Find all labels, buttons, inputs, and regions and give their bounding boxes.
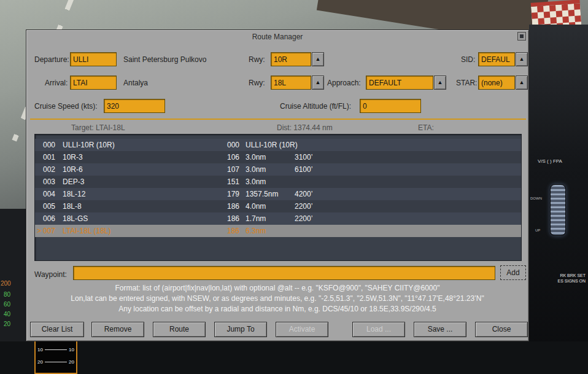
wp-bearing: 186 — [227, 200, 239, 212]
activate-button: Activate — [276, 322, 328, 337]
sid-value[interactable]: DEFAUL — [478, 52, 515, 66]
clear-list-button[interactable]: Clear List — [30, 322, 84, 337]
remove-button[interactable]: Remove — [91, 322, 144, 337]
wp-name: 18L-12 — [63, 188, 85, 200]
wp-bearing: 186 — [227, 225, 239, 237]
chevron-up-icon[interactable]: ▲ — [516, 52, 528, 66]
chevron-up-icon[interactable]: ▲ — [312, 76, 324, 90]
approach-combo: DEFAULT ▲ — [366, 76, 446, 90]
wp-name: 10R-6 — [63, 163, 83, 176]
eta-status: ETA: — [418, 123, 434, 132]
route-row-selected[interactable]: > 007 LTAI-18L (18L) 186 6.3nm — [35, 225, 521, 237]
wp-name: ULLI-10R (10R) — [63, 139, 115, 151]
tape-number: 20 — [4, 321, 10, 327]
arrival-airport-name: Antalya — [123, 79, 148, 87]
cruise-altitude-input[interactable] — [360, 99, 421, 113]
departure-label: Departure: — [34, 55, 69, 64]
wp-bearing: 106 — [227, 151, 239, 163]
selection-marker: > — [37, 225, 41, 237]
wp-index: 001 — [43, 151, 55, 163]
route-button[interactable]: Route — [153, 322, 206, 337]
target-status: Target: LTAI-18L — [71, 123, 125, 132]
approach-label: Approach: — [327, 79, 361, 87]
sid-label: SID: — [461, 55, 475, 64]
wp-distance: 1357.5nm — [246, 188, 278, 200]
distance-status: Dist: 1374.44 nm — [277, 123, 333, 132]
help-line-1: Format: list of (airport|fix|nav|lon,lat… — [26, 284, 528, 292]
close-icon — [520, 34, 524, 38]
trim-number: 10 — [37, 347, 43, 353]
help-line-2: Lon,lat can be entered signed, with NSEW… — [26, 294, 528, 303]
add-waypoint-button[interactable]: Add — [500, 265, 526, 280]
star-combo: (none) ▲ — [478, 76, 528, 90]
load-button: Load ... — [352, 322, 405, 337]
route-row[interactable]: 001 10R-3 106 3.0nm 3100’ — [35, 151, 521, 163]
dialog-title: Route Manager — [26, 33, 528, 41]
departure-rwy-value[interactable]: 10R — [271, 52, 311, 66]
route-row[interactable]: 005 18L-8 186 4.0nm 2200’ — [35, 200, 521, 212]
wp-bearing: 107 — [227, 163, 239, 176]
route-row[interactable]: 002 10R-6 107 3.0nm 6100’ — [35, 163, 521, 176]
wp-name: 18L-GS — [63, 212, 88, 225]
wp-index: 004 — [43, 188, 55, 200]
down-label: DOWN — [530, 197, 542, 200]
wp-bearing: 186 — [227, 212, 239, 225]
departure-airport-name: Saint Petersburg Pulkovo — [123, 55, 206, 64]
jump-to-button[interactable]: Jump To — [214, 322, 267, 337]
help-line-3: Any location can be offset by a radial a… — [26, 305, 528, 313]
wp-name: 10R-3 — [63, 151, 83, 163]
trim-number: 20 — [37, 359, 43, 365]
speed-tape: 200 80 60 40 20 — [0, 276, 25, 341]
wp-index: 003 — [43, 176, 55, 188]
wp-bearing: 000 — [227, 139, 239, 151]
wp-index: 005 — [43, 200, 55, 212]
sid-combo: DEFAUL ▲ — [478, 52, 528, 66]
tape-number: 60 — [4, 301, 10, 308]
route-row[interactable]: 006 18L-GS 186 1.7nm 2200’ — [35, 212, 521, 225]
chevron-up-icon[interactable]: ▲ — [516, 76, 528, 90]
wp-index: 006 — [43, 212, 55, 225]
wp-index: 000 — [43, 139, 55, 151]
arrival-label: Arrival: — [45, 79, 68, 87]
close-dialog-button[interactable]: Close — [475, 322, 528, 337]
waypoint-label: Waypoint: — [34, 270, 67, 279]
wp-distance: 1.7nm — [246, 212, 266, 225]
pitch-trim-gauge: 10 10 20 20 — [34, 339, 77, 374]
save-button[interactable]: Save ... — [414, 322, 466, 337]
wp-altitude: 4200’ — [295, 188, 312, 200]
wp-index: 007 — [43, 225, 55, 237]
cruise-speed-label: Cruise Speed (kts): — [34, 102, 98, 111]
wp-distance: ULLI-10R (10R) — [246, 139, 298, 151]
arrival-input[interactable] — [70, 76, 117, 90]
trim-number: 10 — [69, 347, 74, 353]
arrival-rwy-combo: 18L ▲ — [271, 76, 324, 90]
vs-wheel[interactable] — [550, 184, 566, 236]
route-waypoint-list: 000 ULLI-10R (10R) 000 ULLI-10R (10R) 00… — [34, 134, 522, 261]
arrival-rwy-value[interactable]: 18L — [271, 76, 311, 90]
wp-name: LTAI-18L (18L) — [63, 225, 110, 237]
wp-distance: 3.0nm — [246, 163, 266, 176]
wp-index: 002 — [43, 163, 55, 176]
star-value[interactable]: (none) — [478, 76, 515, 90]
wp-distance: 3.0nm — [246, 151, 266, 163]
departure-input[interactable] — [70, 52, 117, 66]
wp-bearing: 179 — [227, 188, 239, 200]
up-label: UP — [535, 228, 540, 232]
cruise-speed-input[interactable] — [104, 99, 165, 113]
close-button[interactable] — [517, 32, 526, 41]
route-row[interactable]: 004 18L-12 179 1357.5nm 4200’ — [35, 188, 521, 200]
departure-rwy-label: Rwy: — [249, 55, 265, 64]
route-row[interactable]: 003 DEP-3 151 3.0nm — [35, 176, 521, 188]
trim-number: 20 — [69, 359, 74, 365]
chevron-up-icon[interactable]: ▲ — [312, 52, 324, 66]
approach-value[interactable]: DEFAULT — [366, 76, 433, 90]
chevron-up-icon[interactable]: ▲ — [434, 76, 446, 90]
instrument-panel-bottom: KNOTS NF 69.3 FF 1.2 DOWN — [0, 341, 588, 374]
wp-name: 18L-8 — [63, 200, 82, 212]
tape-number: 80 — [4, 291, 10, 298]
waypoint-input[interactable] — [73, 266, 495, 280]
wp-name: DEP-3 — [63, 176, 84, 188]
placard-text: RK BRK SET ES SIGNS ON — [539, 273, 586, 284]
wp-altitude: 2200’ — [295, 200, 312, 212]
route-row[interactable]: 000 ULLI-10R (10R) 000 ULLI-10R (10R) — [35, 139, 521, 151]
